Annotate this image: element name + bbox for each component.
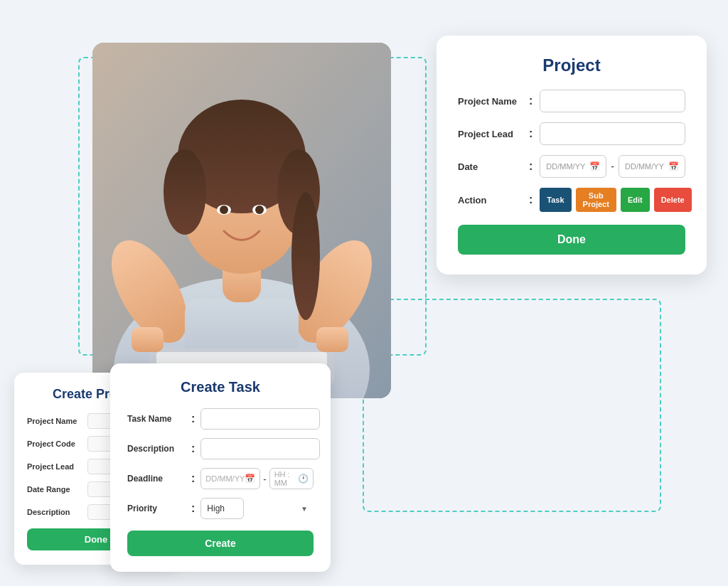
task-priority-row: Priority : High Medium Low ▼ [127, 498, 314, 519]
project-card: Project Project Name : Project Lead : Da… [437, 36, 707, 275]
date-row: Date : DD/MM/YY 📅 - DD/MM/YY 📅 [458, 155, 685, 178]
project-lead-row: Project Lead : [458, 122, 685, 145]
task-deadline-row: Deadline : DD/MM/YY 📅 - HH : MM 🕐 [127, 468, 314, 489]
date-end-placeholder: DD/MM/YY [625, 162, 664, 171]
edit-button[interactable]: Edit [621, 188, 650, 212]
create-task-card: Create Task Task Name : Description : De… [110, 363, 331, 572]
project-lead-colon: : [529, 127, 532, 140]
project-lead-label: Project Lead [458, 129, 529, 139]
date-inputs: DD/MM/YY 📅 - DD/MM/YY 📅 [540, 155, 685, 178]
action-label: Action [458, 195, 529, 206]
svg-point-9 [164, 149, 206, 235]
task-name-input[interactable] [200, 408, 320, 430]
priority-wrapper: High Medium Low ▼ [200, 498, 314, 519]
date-colon: : [529, 160, 532, 173]
task-description-row: Description : [127, 438, 314, 459]
date-start-input[interactable]: DD/MM/YY 📅 [540, 155, 606, 178]
deadline-inputs: DD/MM/YY 📅 - HH : MM 🕐 [200, 468, 314, 489]
deadline-date-input[interactable]: DD/MM/YY 📅 [200, 468, 260, 489]
clock-icon: 🕐 [298, 474, 309, 484]
create-button[interactable]: Create [127, 531, 314, 556]
date-label: Date [458, 161, 529, 172]
task-description-label: Description [127, 444, 191, 454]
delete-button[interactable]: Delete [654, 188, 692, 212]
task-name-label: Task Name [127, 414, 191, 424]
cp-project-lead-label: Project Lead [27, 462, 87, 471]
svg-rect-18 [132, 327, 164, 352]
project-card-title: Project [458, 55, 685, 75]
svg-point-11 [291, 192, 320, 320]
sub-project-button[interactable]: Sub Project [576, 188, 616, 212]
scene: Project Project Name : Project Lead : Da… [0, 0, 728, 586]
dashed-border-bottom [363, 299, 661, 512]
cp-project-name-label: Project Name [27, 417, 87, 425]
deadline-time-placeholder: HH : MM [274, 470, 298, 487]
svg-point-14 [220, 206, 228, 214]
task-deadline-colon: : [191, 472, 195, 485]
deadline-date-placeholder: DD/MM/YY [205, 474, 245, 483]
task-deadline-label: Deadline [127, 474, 191, 484]
deadline-time-input[interactable]: HH : MM 🕐 [269, 468, 314, 489]
project-name-colon: : [529, 95, 532, 107]
project-lead-input[interactable] [540, 122, 685, 145]
done-button[interactable]: Done [458, 225, 685, 255]
project-name-input[interactable] [540, 90, 685, 112]
deadline-separator: - [263, 474, 266, 484]
person-photo [92, 43, 391, 398]
date-separator: - [611, 161, 614, 172]
task-name-colon: : [191, 412, 195, 425]
create-task-title: Create Task [127, 379, 314, 395]
action-row: Action : Task Sub Project Edit Delete [458, 188, 685, 212]
task-description-input[interactable] [200, 438, 320, 459]
calendar-end-icon: 📅 [668, 161, 679, 171]
action-buttons: Task Sub Project Edit Delete [540, 188, 691, 212]
svg-rect-19 [316, 327, 348, 352]
task-name-row: Task Name : [127, 408, 314, 430]
task-priority-colon: : [191, 502, 195, 515]
task-priority-label: Priority [127, 504, 191, 513]
date-start-placeholder: DD/MM/YY [546, 162, 585, 171]
action-colon: : [529, 193, 532, 206]
date-end-input[interactable]: DD/MM/YY 📅 [619, 155, 685, 178]
svg-point-15 [255, 206, 264, 214]
cp-description-label: Description [27, 508, 87, 516]
project-name-row: Project Name : [458, 90, 685, 112]
priority-select[interactable]: High Medium Low [200, 498, 244, 519]
task-description-colon: : [191, 442, 195, 455]
calendar-start-icon: 📅 [589, 161, 600, 171]
chevron-down-icon: ▼ [301, 505, 308, 513]
task-button[interactable]: Task [540, 188, 571, 212]
deadline-calendar-icon: 📅 [245, 474, 255, 484]
cp-date-range-label: Date Range [27, 485, 87, 494]
project-name-label: Project Name [458, 96, 529, 107]
cp-project-code-label: Project Code [27, 440, 87, 448]
